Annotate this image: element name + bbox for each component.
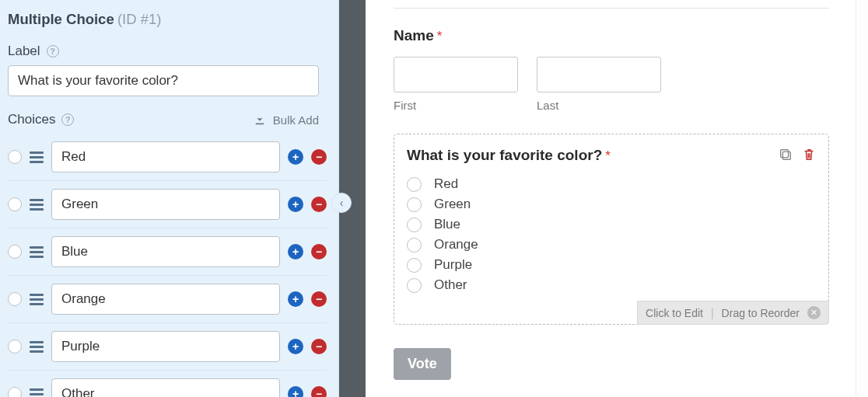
add-choice-button[interactable]: + [288, 149, 303, 165]
option-row[interactable]: Purple [407, 257, 816, 273]
choice-row: +− [8, 371, 327, 397]
label-section: Label ? [8, 44, 327, 59]
default-radio[interactable] [8, 245, 22, 259]
choice-input[interactable] [51, 189, 280, 220]
radio-icon [407, 278, 422, 293]
drag-handle[interactable] [30, 151, 44, 163]
add-choice-button[interactable]: + [288, 339, 303, 354]
add-choice-button[interactable]: + [288, 197, 303, 212]
first-name-input[interactable] [394, 57, 518, 92]
option-row[interactable]: Green [407, 197, 816, 212]
choice-input[interactable] [51, 141, 280, 172]
remove-choice-button[interactable]: − [311, 244, 327, 259]
default-radio[interactable] [8, 387, 22, 397]
add-choice-button[interactable]: + [288, 244, 303, 259]
submit-button[interactable]: Vote [394, 348, 451, 380]
default-radio[interactable] [8, 197, 22, 211]
add-choice-button[interactable]: + [288, 386, 303, 397]
bulk-add-label: Bulk Add [273, 113, 319, 127]
choice-row: +− [8, 181, 327, 228]
name-field: Name* First Last [394, 27, 829, 112]
remove-choice-button[interactable]: − [311, 386, 327, 397]
radio-icon [407, 218, 422, 232]
choice-input[interactable] [51, 378, 280, 397]
option-label: Green [434, 197, 471, 212]
field-id: (ID #1) [117, 11, 162, 27]
radio-icon [407, 258, 422, 273]
default-radio[interactable] [8, 150, 22, 164]
svg-rect-0 [782, 151, 790, 159]
option-label: Orange [434, 237, 478, 252]
delete-button[interactable] [802, 148, 816, 164]
option-row[interactable]: Orange [407, 237, 816, 252]
collapse-toggle[interactable]: ‹ [331, 193, 352, 213]
hint-separator: | [711, 307, 714, 319]
default-radio[interactable] [8, 340, 22, 353]
duplicate-button[interactable] [779, 148, 793, 164]
download-icon [254, 114, 265, 125]
last-name-input[interactable] [537, 57, 661, 92]
remove-choice-button[interactable]: − [311, 339, 327, 354]
scrollbar[interactable] [856, 0, 868, 397]
help-icon[interactable]: ? [61, 113, 74, 126]
divider [394, 8, 829, 9]
choice-row: +− [8, 323, 327, 371]
choices-section-text: Choices [8, 112, 55, 127]
label-section-text: Label [8, 44, 40, 59]
last-sublabel: Last [537, 99, 661, 112]
hint-edit: Click to Edit [646, 307, 703, 319]
choice-input[interactable] [51, 284, 280, 315]
option-label: Other [434, 277, 467, 293]
remove-choice-button[interactable]: − [311, 291, 327, 307]
option-label: Blue [434, 217, 460, 232]
radio-icon [407, 197, 422, 212]
option-label: Purple [434, 257, 472, 273]
default-radio[interactable] [8, 292, 22, 306]
drag-handle[interactable] [30, 341, 44, 353]
option-row[interactable]: Other [407, 277, 816, 293]
bulk-add-button[interactable]: Bulk Add [254, 113, 319, 127]
name-label: Name [394, 27, 434, 44]
field-hint-chip: Click to Edit | Drag to Reorder ✕ [637, 301, 829, 325]
radio-icon [407, 238, 422, 252]
drag-handle[interactable] [30, 246, 44, 258]
panel-gutter: ‹ [339, 0, 366, 397]
preview-panel: Name* First Last What is your favorite c… [366, 0, 856, 397]
field-type: Multiple Choice [8, 11, 114, 27]
option-row[interactable]: Red [407, 176, 816, 192]
option-row[interactable]: Blue [407, 217, 816, 232]
field-editor-panel: Multiple Choice (ID #1) Label ? Choices … [0, 0, 339, 397]
add-choice-button[interactable]: + [288, 291, 303, 307]
drag-handle[interactable] [30, 294, 44, 305]
trash-icon [802, 148, 816, 162]
choice-row: +− [8, 134, 327, 181]
remove-choice-button[interactable]: − [311, 197, 327, 212]
svg-rect-1 [781, 149, 789, 157]
option-label: Red [434, 176, 458, 192]
radio-icon [407, 177, 422, 192]
help-icon[interactable]: ? [47, 45, 59, 57]
drag-handle[interactable] [30, 388, 44, 398]
duplicate-icon [779, 148, 793, 162]
question-label: What is your favorite color? [407, 147, 602, 163]
choices-section: Choices ? [8, 112, 74, 127]
hint-reorder: Drag to Reorder [722, 307, 800, 319]
label-input[interactable] [8, 65, 319, 96]
close-hint-button[interactable]: ✕ [807, 306, 821, 319]
choice-input[interactable] [51, 331, 280, 362]
drag-handle[interactable] [30, 199, 44, 211]
choice-row: +− [8, 228, 327, 276]
required-mark: * [605, 148, 611, 163]
field-title: Multiple Choice (ID #1) [8, 8, 327, 39]
first-sublabel: First [394, 99, 518, 112]
chevron-left-icon: ‹ [340, 197, 344, 209]
required-mark: * [437, 29, 443, 44]
remove-choice-button[interactable]: − [311, 149, 327, 165]
selected-field-preview[interactable]: What is your favorite color?* RedGreenBl… [394, 134, 829, 325]
choice-input[interactable] [51, 236, 280, 267]
choice-row: +− [8, 276, 327, 323]
